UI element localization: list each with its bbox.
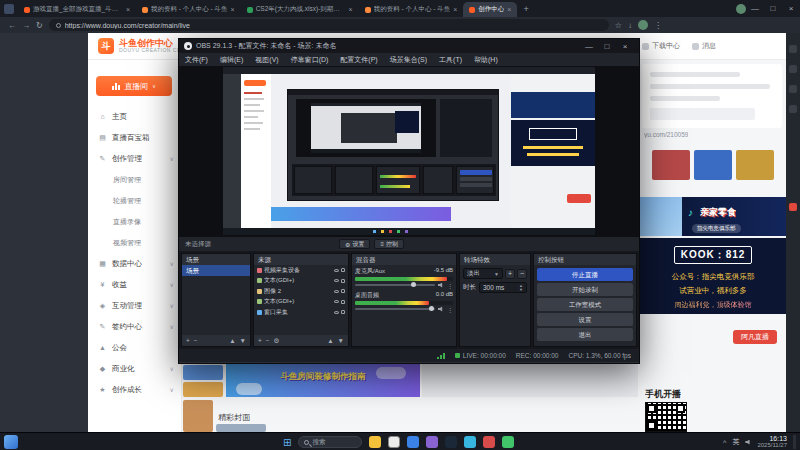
lock-icon[interactable] xyxy=(341,268,345,272)
lock-icon[interactable] xyxy=(341,300,345,304)
move-up-icon[interactable]: ▲ xyxy=(327,337,333,344)
tab-close-icon[interactable]: × xyxy=(507,6,511,13)
lock-icon[interactable] xyxy=(341,310,345,314)
sidebar-item-growth[interactable]: ★创作成长∨ xyxy=(88,379,182,400)
add-transition-icon[interactable]: + xyxy=(505,269,515,279)
menu-file[interactable]: 文件(F) xyxy=(179,55,214,65)
menu-view[interactable]: 视图(V) xyxy=(249,55,284,65)
source-row[interactable]: 图像 2 xyxy=(254,286,348,297)
maximize-icon[interactable]: □ xyxy=(764,4,782,13)
app-icon-edge[interactable] xyxy=(407,436,419,448)
visibility-eye-icon[interactable] xyxy=(334,300,339,303)
sidebar-item-guild[interactable]: ▲公会 xyxy=(88,337,182,358)
speaker-icon[interactable] xyxy=(438,283,444,288)
visibility-eye-icon[interactable] xyxy=(334,279,339,282)
studio-mode-button[interactable]: 工作室模式 xyxy=(537,298,633,311)
tab-close-icon[interactable]: × xyxy=(126,6,130,13)
browser-tab[interactable]: CS2年(大力内战.xlsx)-到期图xls × xyxy=(241,2,359,17)
browser-tab[interactable]: 游戏直播_全部游戏直播_斗鱼直播 × xyxy=(18,2,136,17)
volume-icon[interactable] xyxy=(745,440,751,445)
new-tab-button[interactable]: + xyxy=(517,4,534,14)
taskbar-search[interactable]: 搜索 xyxy=(298,436,362,448)
bottom-thumbnail[interactable] xyxy=(183,382,223,397)
add-icon[interactable]: + xyxy=(186,337,190,344)
remove-icon[interactable]: − xyxy=(266,337,270,344)
sidebar-item-creation[interactable]: ✎创作管理∨ xyxy=(88,148,182,169)
menu-scene-collection[interactable]: 场景集合(S) xyxy=(384,55,433,65)
menu-edit[interactable]: 编辑(E) xyxy=(214,55,249,65)
stop-streaming-button[interactable]: 停止直播 xyxy=(537,268,633,281)
douyu-logo-icon[interactable]: 斗 xyxy=(98,38,114,54)
obs-title-bar[interactable]: OBS 29.1.3 - 配置文件: 未命名 - 场景: 未命名 — □ × xyxy=(179,39,639,53)
spinner-arrows-icon[interactable]: ▲▼ xyxy=(519,284,523,292)
browser-tab[interactable]: 我的资料 - 个人中心 - 斗鱼 × xyxy=(359,2,464,17)
move-down-icon[interactable]: ▼ xyxy=(338,337,344,344)
panel-icon[interactable] xyxy=(789,65,797,73)
sources-list[interactable]: 视频采集设备 文本(GDI+) 图像 2 文本(GDI+) 窗口采集 xyxy=(254,265,348,335)
scene-item-selected[interactable]: 场景 xyxy=(182,265,250,276)
move-down-icon[interactable]: ▼ xyxy=(240,337,246,344)
app-icon-app2[interactable] xyxy=(464,436,476,448)
content-thumbnail[interactable] xyxy=(694,150,732,180)
scenes-list[interactable]: 场景 xyxy=(182,265,250,335)
browser-app-icon[interactable] xyxy=(4,4,14,14)
app-icon-app3[interactable] xyxy=(483,436,495,448)
sidebar-item-toolbox[interactable]: ▤直播百宝箱 xyxy=(88,127,182,148)
duration-spinner[interactable]: 300 ms ▲▼ xyxy=(479,282,527,293)
browser-tab[interactable]: 我的资料 - 个人中心 - 斗鱼 × xyxy=(136,2,241,17)
sidebar-item-interaction[interactable]: ◈互动管理∨ xyxy=(88,295,182,316)
content-thumbnail[interactable] xyxy=(652,150,690,180)
live-badge-button[interactable]: 阿凡直播 xyxy=(733,330,777,344)
cover-thumbnail[interactable] xyxy=(216,424,266,432)
obs-maximize-icon[interactable]: □ xyxy=(598,42,616,51)
menu-help[interactable]: 帮助(H) xyxy=(468,55,504,65)
speaker-icon[interactable] xyxy=(438,307,444,312)
bookmark-icon[interactable]: ☆ xyxy=(615,21,622,30)
app-icon-browser[interactable] xyxy=(388,436,400,448)
input-language[interactable]: 英 xyxy=(732,437,739,447)
taskbar-clock[interactable]: 16:13 2025/11/27 xyxy=(757,435,787,449)
room-link[interactable]: yu.com/210059 xyxy=(644,131,688,138)
panel-icon[interactable] xyxy=(789,105,797,113)
remove-icon[interactable]: − xyxy=(194,337,198,344)
app-icon-app1[interactable] xyxy=(426,436,438,448)
sidebar-item-live-record[interactable]: 直播录像 xyxy=(88,211,182,232)
bottom-thumbnail[interactable] xyxy=(183,365,223,380)
slider-knob[interactable] xyxy=(429,306,434,311)
app-icon-files[interactable] xyxy=(369,436,381,448)
app-icon-steam[interactable] xyxy=(445,436,457,448)
start-recording-button[interactable]: 开始录制 xyxy=(537,283,633,296)
tray-expand-icon[interactable]: ^ xyxy=(723,439,726,446)
minimize-icon[interactable]: — xyxy=(746,4,764,13)
volume-slider[interactable] xyxy=(355,284,435,286)
lock-icon[interactable] xyxy=(341,289,345,293)
source-props-gear-icon[interactable]: ⚙ xyxy=(274,337,280,345)
close-icon[interactable]: × xyxy=(782,4,800,13)
sidebar-item-revenue[interactable]: ¥收益∨ xyxy=(88,274,182,295)
panel-icon[interactable] xyxy=(789,85,797,93)
source-row[interactable]: 视频采集设备 xyxy=(254,265,348,276)
panel-icon[interactable] xyxy=(789,203,797,211)
tab-close-icon[interactable]: × xyxy=(231,6,235,13)
settings-button[interactable]: 设置 xyxy=(537,313,633,326)
remove-transition-icon[interactable]: − xyxy=(517,269,527,279)
add-icon[interactable]: + xyxy=(258,337,262,344)
obs-close-icon[interactable]: × xyxy=(616,42,634,51)
sidebar-item-room-mgmt[interactable]: 房间管理 xyxy=(88,169,182,190)
browser-profile-avatar[interactable] xyxy=(736,4,746,14)
message-button[interactable]: 消息 xyxy=(692,41,716,51)
move-up-icon[interactable]: ▲ xyxy=(229,337,235,344)
source-row[interactable]: 文本(GDI+) xyxy=(254,276,348,287)
visibility-eye-icon[interactable] xyxy=(334,311,339,314)
sidebar-item-video-mgmt[interactable]: 视频管理 xyxy=(88,232,182,253)
sidebar-item-home[interactable]: ⌂主页 xyxy=(88,106,182,127)
panel-icon[interactable] xyxy=(789,45,797,53)
transition-select[interactable]: 淡出▼ xyxy=(463,268,503,279)
sidebar-item-contract[interactable]: ✎签约中心∨ xyxy=(88,316,182,337)
back-icon[interactable]: ← xyxy=(8,21,16,30)
slider-knob[interactable] xyxy=(411,282,416,287)
kook-banner[interactable]: KOOK：812 公众号：指尖电竞俱乐部 试营业中，福利多多 周边福利党，顶级体… xyxy=(640,238,786,314)
forward-icon[interactable]: → xyxy=(22,21,30,30)
sidebar-item-commerce[interactable]: ◆商业化∨ xyxy=(88,358,182,379)
controls-chip[interactable]: ≡控制 xyxy=(374,239,404,249)
